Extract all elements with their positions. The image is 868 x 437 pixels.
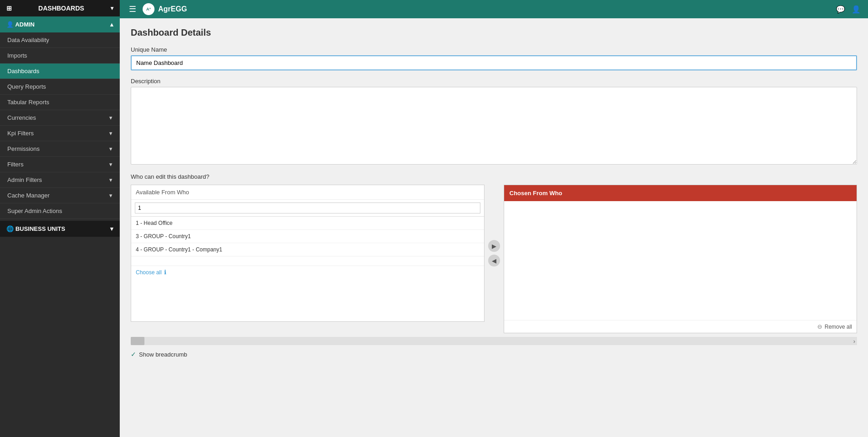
sidebar-item-data-availability[interactable]: Data Availability: [0, 32, 120, 48]
description-section: Description: [131, 78, 857, 166]
description-textarea[interactable]: [131, 87, 857, 165]
admin-filters-arrow-icon: ▾: [109, 176, 112, 183]
who-panels: Available From Who 1 - Head Office 3 - G…: [131, 185, 857, 333]
transfer-right-button[interactable]: ▶: [488, 240, 500, 252]
available-search: [131, 200, 484, 217]
available-list: 1 - Head Office 3 - GROUP - Country1 4 -…: [131, 217, 484, 266]
sidebar: ⊞ DASHBOARDS ▾ 👤 ADMIN ▴ Data Availabili…: [0, 0, 120, 437]
topbar-icons: 💬 👤: [836, 5, 861, 14]
unique-name-label: Unique Name: [131, 46, 857, 53]
content-area: Dashboard Details Unique Name Descriptio…: [120, 18, 868, 437]
transfer-left-button[interactable]: ◀: [488, 255, 500, 266]
show-breadcrumb: ✓ Show breadcrumb: [131, 351, 857, 358]
list-item[interactable]: 1 - Head Office: [131, 217, 484, 230]
sidebar-item-filters[interactable]: Filters ▾: [0, 157, 120, 172]
remove-all-button[interactable]: Remove all: [825, 324, 852, 330]
sidebar-item-admin-filters[interactable]: Admin Filters ▾: [0, 172, 120, 188]
chosen-panel-header: Chosen From Who: [504, 185, 857, 201]
sidebar-item-query-reports[interactable]: Query Reports: [0, 79, 120, 95]
scroll-handle[interactable]: [131, 337, 144, 345]
brand-name: AgrEGG: [158, 5, 187, 13]
page-title: Dashboard Details: [131, 27, 857, 38]
chosen-panel-body: [504, 201, 857, 320]
logo-icon: A°: [143, 3, 154, 15]
hamburger-icon[interactable]: ☰: [127, 2, 138, 16]
unique-name-input[interactable]: [131, 55, 857, 70]
topbar-brand: A° AgrEGG: [143, 3, 187, 15]
available-panel: Available From Who 1 - Head Office 3 - G…: [131, 185, 485, 322]
business-units-chevron[interactable]: ▾: [110, 225, 113, 232]
remove-all-bar: ⊖ Remove all: [504, 320, 857, 333]
admin-label: ADMIN: [15, 21, 35, 28]
scroll-right-arrow[interactable]: ›: [852, 338, 857, 345]
sidebar-item-imports[interactable]: Imports: [0, 48, 120, 64]
choose-all-button[interactable]: Choose all: [136, 269, 162, 276]
list-item[interactable]: 3 - GROUP - Country1: [131, 230, 484, 243]
person-icon: 👤: [6, 21, 15, 28]
business-units-header[interactable]: 🌐 BUSINESS UNITS ▾: [0, 221, 120, 237]
permissions-arrow-icon: ▾: [109, 145, 112, 152]
admin-chevron[interactable]: ▴: [110, 21, 113, 28]
horizontal-scrollbar[interactable]: ‹ ›: [131, 337, 857, 345]
sidebar-item-super-admin[interactable]: Super Admin Actions: [0, 203, 120, 219]
sidebar-item-cache-manager[interactable]: Cache Manager ▾: [0, 188, 120, 203]
sidebar-item-kpi-filters[interactable]: Kpi Filters ▾: [0, 126, 120, 141]
user-icon[interactable]: 👤: [852, 5, 861, 14]
who-can-edit-section: Who can edit this dashboard? Available F…: [131, 173, 857, 358]
transfer-buttons: ▶ ◀: [485, 185, 504, 322]
list-item[interactable]: 4 - GROUP - Country1 - Company1: [131, 243, 484, 256]
available-panel-header: Available From Who: [131, 185, 484, 200]
comment-icon[interactable]: 💬: [836, 5, 845, 14]
unique-name-section: Unique Name: [131, 46, 857, 70]
dashboards-label: DASHBOARDS: [38, 5, 84, 12]
sidebar-item-permissions[interactable]: Permissions ▾: [0, 141, 120, 157]
admin-section-header[interactable]: 👤 ADMIN ▴: [0, 16, 120, 32]
main-content: ☰ A° AgrEGG 💬 👤 Dashboard Details Unique…: [120, 0, 868, 437]
topbar: ☰ A° AgrEGG 💬 👤: [120, 0, 868, 18]
available-search-input[interactable]: [135, 203, 480, 213]
description-label: Description: [131, 78, 857, 85]
currencies-arrow-icon: ▾: [109, 114, 112, 121]
kpi-filters-arrow-icon: ▾: [109, 130, 112, 137]
grid-icon: ⊞: [6, 5, 12, 12]
sidebar-dashboards-header[interactable]: ⊞ DASHBOARDS ▾: [0, 0, 120, 16]
globe-icon: 🌐: [6, 225, 16, 232]
chosen-panel: Chosen From Who ⊖ Remove all: [504, 185, 857, 333]
show-breadcrumb-label[interactable]: Show breadcrumb: [139, 351, 187, 358]
choose-all-bar: Choose all ℹ: [131, 266, 484, 278]
filters-arrow-icon: ▾: [109, 161, 112, 168]
sidebar-item-dashboards[interactable]: Dashboards: [0, 64, 120, 79]
choose-all-info-icon: ℹ: [164, 269, 166, 276]
sidebar-item-currencies[interactable]: Currencies ▾: [0, 110, 120, 126]
business-units-label: BUSINESS UNITS: [16, 225, 65, 232]
topbar-left: ☰ A° AgrEGG: [127, 2, 187, 16]
list-empty-space: [131, 256, 484, 266]
cache-manager-arrow-icon: ▾: [109, 192, 112, 199]
remove-icon: ⊖: [817, 323, 822, 330]
dashboards-chevron[interactable]: ▾: [111, 5, 113, 11]
breadcrumb-check-icon: ✓: [131, 351, 136, 358]
sidebar-item-tabular-reports[interactable]: Tabular Reports: [0, 95, 120, 110]
who-can-edit-label: Who can edit this dashboard?: [131, 173, 857, 180]
